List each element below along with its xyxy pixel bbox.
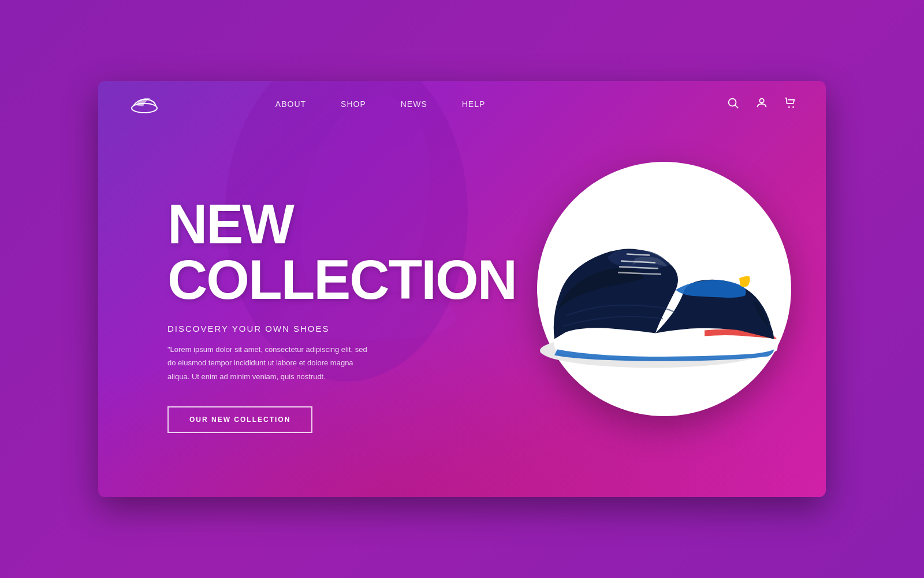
sneaker-image	[520, 200, 808, 385]
logo-icon	[127, 94, 155, 114]
page-wrapper: ABOUT SHOP NEWS HELP	[0, 0, 924, 578]
nav-item-shop[interactable]: SHOP	[341, 99, 366, 109]
shoe-circle	[537, 162, 791, 416]
cta-button[interactable]: OUR NEW COLLECTION	[167, 406, 312, 433]
shoe-circle-container	[537, 162, 791, 416]
svg-point-32	[598, 339, 615, 348]
svg-point-22	[729, 98, 736, 106]
svg-point-36	[679, 337, 695, 346]
hero-title-line1: NEW	[167, 193, 293, 255]
svg-point-21	[132, 103, 157, 113]
svg-point-26	[792, 106, 794, 108]
logo[interactable]	[127, 94, 155, 114]
svg-point-34	[638, 336, 655, 346]
nav-icons	[726, 97, 797, 112]
hero-title-line2: COLLECTION	[167, 249, 516, 310]
hero-subtitle: DISCOVERY YOUR OWN SHOES	[167, 324, 468, 334]
nav-item-news[interactable]: NEWS	[401, 99, 427, 109]
nav-item-about[interactable]: ABOUT	[275, 99, 306, 109]
svg-line-23	[735, 105, 738, 108]
hero-content: NEW COLLECTION DISCOVERY YOUR OWN SHOES …	[167, 197, 468, 433]
hero-title: NEW COLLECTION	[167, 197, 468, 307]
nav-item-help[interactable]: HELP	[462, 99, 486, 109]
user-icon[interactable]	[755, 97, 768, 112]
svg-point-25	[788, 106, 790, 108]
search-icon[interactable]	[726, 97, 739, 112]
svg-point-24	[759, 98, 763, 102]
hero-description: "Lorem ipsum dolor sit amet, consectetur…	[167, 343, 375, 383]
svg-point-35	[658, 336, 676, 346]
nav-links: ABOUT SHOP NEWS HELP	[275, 99, 486, 109]
cart-icon[interactable]	[784, 97, 797, 112]
navbar: ABOUT SHOP NEWS HELP	[98, 81, 826, 127]
hero-card: ABOUT SHOP NEWS HELP	[98, 81, 826, 497]
svg-point-33	[618, 336, 635, 347]
